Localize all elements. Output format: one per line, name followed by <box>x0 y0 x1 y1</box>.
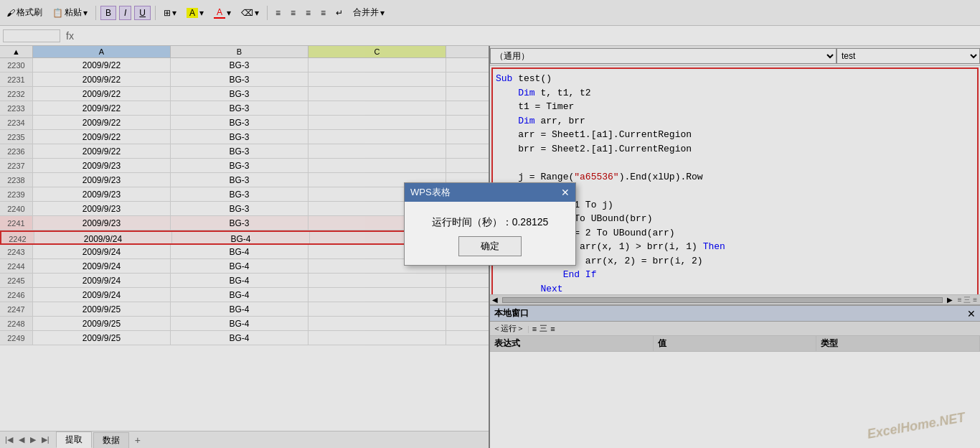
dialog-close-btn[interactable]: ✕ <box>561 187 570 198</box>
dialog-titlebar: WPS表格 ✕ <box>405 183 575 202</box>
dialog-message: 运行时间（秒）：0.28125 <box>432 216 549 228</box>
dialog-content: 运行时间（秒）：0.28125 确定 <box>405 202 575 265</box>
dialog-title: WPS表格 <box>410 186 451 199</box>
dialog-box: WPS表格 ✕ 运行时间（秒）：0.28125 确定 <box>404 182 576 266</box>
dialog-ok-btn[interactable]: 确定 <box>458 236 522 256</box>
dialog-overlay[interactable]: WPS表格 ✕ 运行时间（秒）：0.28125 确定 <box>0 0 980 448</box>
